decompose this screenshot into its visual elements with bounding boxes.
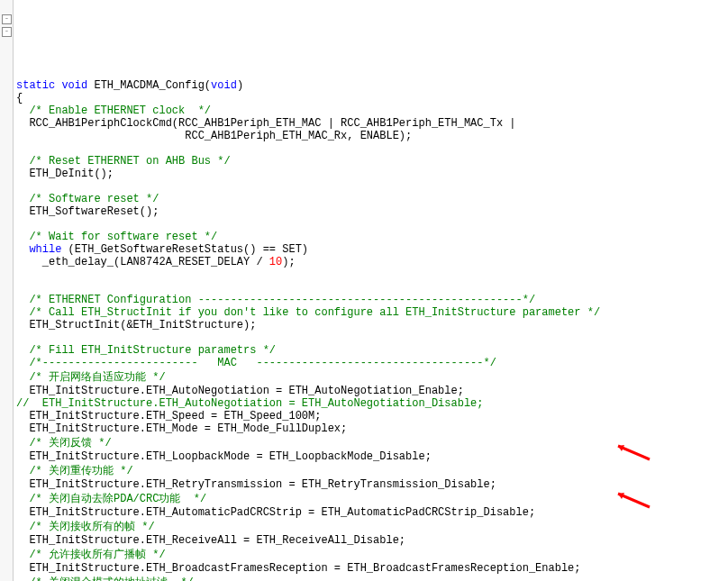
code-comment: /* Wait for software reset */ [16, 231, 217, 243]
code-line: ETH_InitStructure.ETH_Mode = ETH_Mode_Fu… [16, 422, 347, 435]
code-comment: /* 关闭混合模式的地址过滤 */ [16, 576, 194, 581]
code-comment: /* Enable ETHERNET clock */ [16, 104, 211, 117]
code-line: ETH_InitStructure.ETH_Speed = ETH_Speed_… [16, 410, 321, 422]
code-comment: /* 关闭接收所有的帧 */ [16, 521, 155, 533]
code-line: ETH_SoftwareReset(); [16, 205, 159, 218]
fold-marker[interactable]: - [2, 27, 12, 37]
code-line: ETH_InitStructure.ETH_ReceiveAll = ETH_R… [16, 534, 405, 547]
code-comment: /* Call ETH_StructInit if you don't like… [16, 306, 600, 319]
fold-gutter: - - [0, 0, 14, 581]
code-comment: /* Software reset */ [16, 193, 159, 205]
code-comment: /* Fill ETH_InitStructure parametrs */ [16, 344, 276, 357]
code-line: ETH_InitStructure.ETH_AutomaticPadCRCStr… [16, 506, 535, 519]
code-line: RCC_AHB1Periph_ETH_MAC_Rx, ENABLE); [16, 130, 412, 142]
code-line: _eth_delay_(LAN8742A_RESET_DELAY / 10); [16, 256, 296, 268]
code-comment: /* 关闭反馈 */ [16, 437, 112, 449]
code-comment: // ETH_InitStructure.ETH_AutoNegotiation… [16, 397, 483, 410]
code-line: ETH_StructInit(&ETH_InitStructure); [16, 319, 256, 331]
annotation-arrow-icon [614, 441, 651, 461]
code-comment: /* 允许接收所有广播帧 */ [16, 549, 166, 561]
code-line: ETH_InitStructure.ETH_AutoNegotiation = … [16, 385, 464, 397]
code-line: RCC_AHB1PeriphClockCmd(RCC_AHB1Periph_ET… [16, 117, 516, 130]
code-line: ETH_InitStructure.ETH_LoopbackMode = ETH… [16, 450, 432, 463]
code-line: while (ETH_GetSoftwareResetStatus() == S… [16, 243, 308, 256]
code-comment: /* 开启网络自适应功能 */ [16, 371, 166, 384]
code-comment: /*------------------------ MAC ---------… [16, 357, 496, 369]
code-comment: /* 关闭重传功能 */ [16, 465, 133, 477]
annotation-arrow-icon [614, 489, 651, 509]
code-line: ETH_DeInit(); [16, 168, 114, 180]
code-comment: /* Reset ETHERNET on AHB Bus */ [16, 155, 231, 168]
code-comment: /* ETHERNET Configuration --------------… [16, 294, 535, 306]
fold-marker[interactable]: - [2, 14, 12, 24]
code-line: static void ETH_MACDMA_Config(void) [16, 79, 243, 92]
code-comment: /* 关闭自动去除PDA/CRC功能 */ [16, 493, 206, 505]
code-line: { [16, 92, 23, 104]
code-line: ETH_InitStructure.ETH_BroadcastFramesRec… [16, 562, 581, 575]
code-line: ETH_InitStructure.ETH_RetryTransmission … [16, 478, 496, 491]
